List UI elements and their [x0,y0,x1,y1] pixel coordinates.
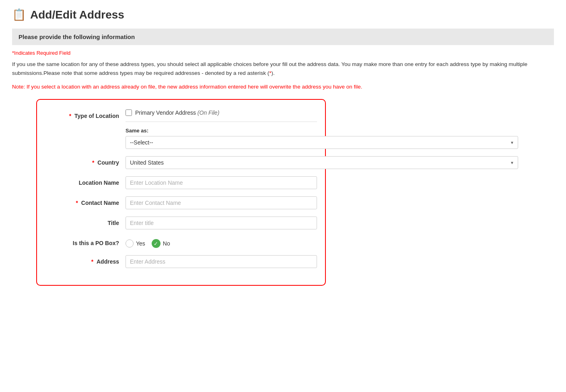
po-box-field: Yes ✓ No [126,237,317,248]
title-field [126,217,317,229]
country-label: * Country [45,156,126,166]
po-box-no-radio-checked[interactable]: ✓ [152,239,161,248]
contact-name-input[interactable] [126,196,317,209]
country-row: * Country United States [45,156,317,169]
description-text: If you use the same location for any of … [12,60,554,77]
title-row: Title [45,217,317,229]
address-row: * Address [45,255,317,268]
type-location-star: * [69,113,73,119]
po-box-yes-option[interactable]: Yes [126,239,145,248]
po-box-yes-label: Yes [136,240,145,247]
same-as-label: Same as: [126,128,317,134]
address-label: * Address [45,255,126,265]
location-name-input[interactable] [126,176,317,189]
contact-name-row: * Contact Name [45,196,317,209]
red-asterisk: * [269,70,271,76]
required-note-text: Indicates Required Field [14,50,70,56]
po-box-row: Is this a PO Box? Yes ✓ No [45,237,317,248]
type-location-fields: Primary Vendor Address (On File) Same as… [126,109,317,149]
po-box-yes-radio[interactable] [126,239,134,248]
primary-vendor-label: Primary Vendor Address (On File) [135,109,219,116]
country-star: * [92,159,96,166]
po-box-no-label: No [163,240,170,247]
same-as-select-wrapper: --Select-- [126,136,518,149]
type-of-location-label: * Type of Location [45,109,126,119]
info-banner: Please provide the following information [12,29,554,45]
banner-text: Please provide the following information [19,33,135,40]
title-input[interactable] [126,217,317,229]
location-name-field [126,176,317,189]
title-text: Add/Edit Address [30,8,124,21]
country-select[interactable]: United States [126,156,518,169]
type-of-location-row: * Type of Location Primary Vendor Addres… [45,109,317,149]
title-label: Title [45,217,126,226]
po-box-radio-group: Yes ✓ No [126,237,317,248]
warning-note: Note: If you select a location with an a… [12,83,554,91]
same-as-select[interactable]: --Select-- [126,136,518,149]
location-name-row: Location Name [45,176,317,189]
po-box-label: Is this a PO Box? [45,237,126,246]
divider [126,122,317,122]
contact-name-label: * Contact Name [45,196,126,206]
address-input[interactable] [126,255,317,268]
contact-star: * [76,200,80,206]
country-field: United States [126,156,317,169]
page-icon: 📋 [12,8,26,21]
country-select-wrapper: United States [126,156,518,169]
location-name-label: Location Name [45,176,126,186]
contact-name-field [126,196,317,209]
primary-vendor-checkbox-row: Primary Vendor Address (On File) [126,109,317,116]
required-note: *Indicates Required Field [12,50,554,56]
primary-vendor-checkbox[interactable] [126,109,132,116]
page-title: 📋 Add/Edit Address [12,8,554,21]
address-field [126,255,317,268]
po-box-no-option[interactable]: ✓ No [152,239,170,248]
form-container: * Type of Location Primary Vendor Addres… [36,99,326,286]
address-star: * [91,258,95,265]
